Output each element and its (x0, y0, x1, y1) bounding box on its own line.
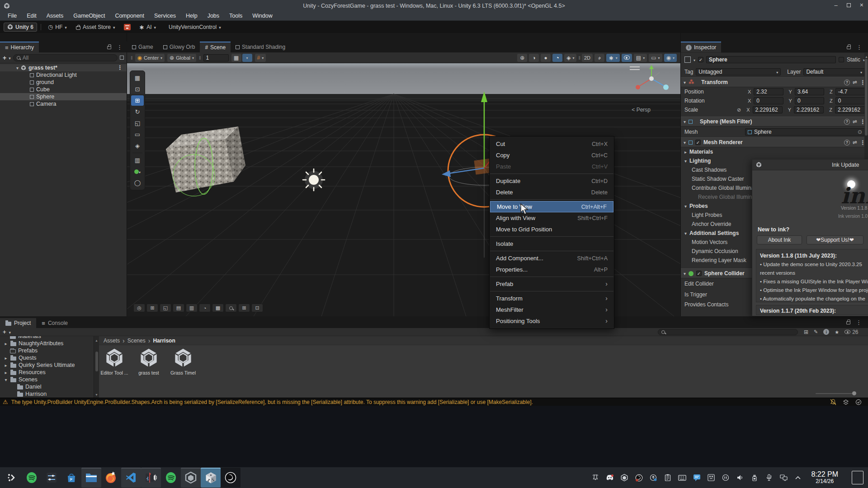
foldout-open-icon[interactable] (684, 140, 686, 145)
search-by-type-icon[interactable]: ⊞ (804, 329, 808, 335)
gizmos-dropdown[interactable]: ◉ (664, 54, 677, 62)
chevron-down-icon[interactable] (9, 329, 11, 335)
tab-hierarchy[interactable]: Hierarchy (0, 42, 39, 52)
tree-item-quests[interactable]: Quests (0, 354, 94, 361)
tray-expand-chevron[interactable] (794, 474, 802, 482)
context-menu-item-prefab[interactable]: Prefab (490, 278, 614, 290)
context-menu-item-properties[interactable]: Properties... Alt+P (490, 264, 614, 275)
context-menu-item-transform[interactable]: Transform (490, 293, 614, 304)
scale-y-field[interactable]: 2.229162 (794, 106, 824, 113)
foldout-closed-icon[interactable] (4, 362, 8, 368)
tree-item-prefabs[interactable]: Prefabs (0, 347, 94, 354)
context-menu-item-move-to-grid-position[interactable]: Move to Grid Position (490, 224, 614, 235)
hand-tool-button[interactable]: ⊡ (131, 84, 144, 94)
asset-tile-editor-tool[interactable]: Editor Tool ... (100, 348, 129, 375)
extra-tool-button[interactable]: ◯ (131, 178, 144, 188)
context-menu-item-copy[interactable]: Copy Ctrl+C (490, 150, 614, 161)
taskbar-spotify[interactable] (22, 468, 42, 488)
grid-visibility-button[interactable]: ▤ (173, 304, 184, 312)
tree-item-materials[interactable]: Materials (0, 336, 94, 340)
foldout-open-icon[interactable] (684, 119, 686, 124)
tray-messages[interactable] (693, 474, 701, 482)
ink-window-titlebar[interactable]: Ink Update (752, 160, 868, 170)
foldout-open-icon[interactable] (684, 271, 686, 276)
rotate-tool-button[interactable]: ↻ (131, 107, 144, 117)
thumbnail-size-slider[interactable] (816, 393, 856, 394)
position-z-field[interactable]: -4.7 (835, 88, 865, 95)
taskbar-unity-hub[interactable] (181, 468, 201, 488)
context-menu-item-add-component[interactable]: Add Component... Shift+Ctrl+A (490, 253, 614, 264)
overlay-menu-button[interactable]: ▦ (131, 73, 144, 83)
debug-draw-dropdown[interactable]: ◈ (564, 54, 576, 62)
breadcrumb-harrison[interactable]: Harrison (153, 338, 175, 344)
tree-item-harrison[interactable]: Harrison (0, 390, 94, 398)
tray-clipboard[interactable] (664, 474, 672, 482)
tab-game[interactable]: Game (127, 42, 158, 52)
mesh-object-field[interactable]: Sphere ⊙ (745, 128, 865, 136)
tray-crash-handler[interactable] (707, 474, 715, 482)
pan-button[interactable]: ⊞ (146, 304, 158, 312)
tab-standard-shading[interactable]: Standard Shading (231, 42, 290, 52)
move-tool-button[interactable]: ⊞ (131, 95, 144, 106)
unlit-mode-button[interactable]: ● (541, 54, 551, 62)
asset-store-button[interactable]: Asset Store (73, 23, 118, 31)
taskbar-clock[interactable]: 8:22 PM 2/14/26 (811, 470, 838, 485)
hierarchy-item-ground[interactable]: ground (0, 79, 127, 86)
effects-toggle[interactable] (606, 54, 620, 62)
position-y-field[interactable]: 3.64 (795, 88, 824, 95)
add-object-button[interactable]: + (3, 54, 6, 61)
active-checkbox[interactable] (698, 57, 703, 62)
orientation-dropdown[interactable]: ⊕ Global (167, 54, 196, 62)
object-name-field[interactable]: Sphere (706, 56, 836, 63)
chevron-down-icon[interactable] (693, 57, 695, 62)
tray-discord[interactable] (606, 474, 614, 482)
breadcrumb-assets[interactable]: Assets (104, 338, 120, 344)
static-checkbox[interactable] (839, 57, 844, 62)
increment-snap-button[interactable]: # (255, 54, 266, 62)
taskbar-audio-editor[interactable] (141, 468, 161, 488)
asset-tile-grass-test[interactable]: grass test (134, 348, 163, 375)
rotation-z-field[interactable]: 0 (835, 97, 865, 104)
menu-jobs[interactable]: Jobs (203, 13, 224, 19)
audio-mute-toggle[interactable]: ♪ (594, 54, 604, 62)
tray-display[interactable] (779, 474, 788, 482)
package-manager-alert-button[interactable] (121, 23, 134, 31)
chevron-down-icon[interactable] (9, 55, 11, 61)
tag-dropdown[interactable]: Untagged (696, 68, 781, 75)
gizmo-toggle-button[interactable]: ⊞ (238, 304, 250, 312)
shaded-mode-button[interactable]: ⊕ (517, 54, 527, 62)
scale-x-field[interactable]: 2.229162 (753, 106, 783, 113)
support-us-button[interactable]: ❤Support Us!❤ (807, 235, 863, 244)
2d-toggle[interactable]: 2D (582, 54, 593, 62)
search-button[interactable] (225, 304, 237, 312)
ai-button[interactable]: AI (136, 23, 159, 31)
tray-notifications[interactable] (591, 474, 599, 482)
about-ink-button[interactable]: About Ink (757, 235, 802, 244)
object-picker-icon[interactable]: ⊙ (858, 129, 862, 135)
drag-handle[interactable]: ‖ (199, 55, 201, 61)
info-icon[interactable] (823, 329, 829, 335)
breadcrumb-scenes[interactable]: Scenes (127, 338, 146, 344)
hierarchy-item-directional-light[interactable]: Directional Light (0, 71, 127, 79)
menu-file[interactable]: File (3, 13, 22, 19)
lock-icon[interactable] (846, 321, 850, 324)
hierarchy-scene-row[interactable]: grass test* (0, 64, 127, 71)
taskbar-software-store[interactable] (61, 468, 81, 488)
mute-notifications-icon[interactable] (830, 399, 836, 405)
lock-icon[interactable] (107, 46, 111, 49)
foldout-open-icon[interactable] (16, 65, 19, 71)
menu-assets[interactable]: Assets (42, 13, 69, 19)
scale-tool-button[interactable]: ◱ (131, 118, 144, 128)
menu-tools[interactable]: Tools (224, 13, 247, 19)
unity-version-badge[interactable]: Unity 6 (4, 23, 37, 32)
maximize-button[interactable] (847, 3, 851, 7)
tree-item-daniel[interactable]: Daniel (0, 383, 94, 390)
menu-window[interactable]: Window (247, 13, 277, 19)
tab-project[interactable]: Project (0, 318, 36, 328)
context-menu-item-positioning-tools[interactable]: Positioning Tools (490, 315, 614, 327)
context-menu-item-cut[interactable]: Cut Ctrl+X (490, 138, 614, 150)
drag-handle[interactable]: ‖ (131, 55, 132, 61)
camera-dropdown[interactable]: ▭ (649, 54, 662, 62)
kebab-menu-icon[interactable] (856, 319, 862, 325)
kebab-menu-icon[interactable] (117, 65, 123, 71)
